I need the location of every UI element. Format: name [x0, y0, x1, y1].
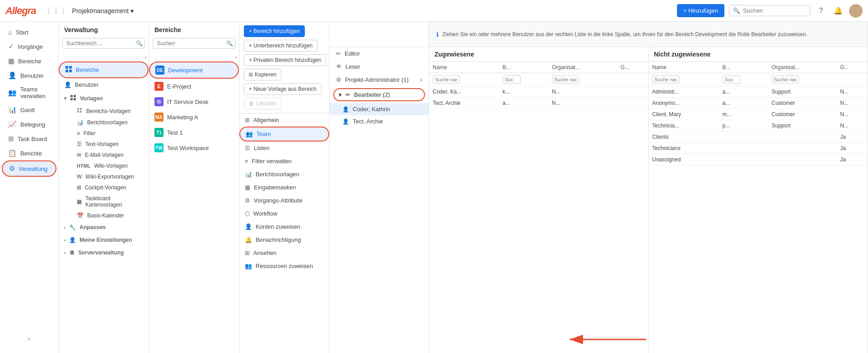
verwaltung-section-server-label: Serververwaltung — [78, 249, 124, 256]
check-icon: ✓ — [8, 42, 14, 51]
unassigned-row-5[interactable]: Technicians Ja — [649, 143, 868, 154]
avatar[interactable] — [849, 4, 863, 18]
sidebar-item-gantt[interactable]: 📊 Gantt — [2, 103, 56, 117]
verwaltung-item-taskboard-vorlagen[interactable]: ▦ Taskboard Kartenvorlagen — [71, 193, 149, 210]
neue-vorlage-button[interactable]: + Neue Vorlage aus Bereich — [244, 83, 322, 95]
verwaltung-collapse-button[interactable]: ‹ — [145, 53, 147, 61]
unassigned-row-6[interactable]: Unassigned Ja — [649, 154, 868, 165]
loeschen-button[interactable]: 🗑 Löschen — [244, 98, 281, 109]
text-icon: ☰ — [77, 141, 82, 147]
verwaltung-item-benutzer[interactable]: 👤 Benutzer — [59, 78, 149, 91]
verwaltung-section-vorlagen[interactable]: ▾ Vorlagen — [59, 91, 149, 105]
assigned-search-b[interactable] — [503, 75, 521, 84]
sidebar-item-vorgaenge[interactable]: ✓ Vorgänge — [2, 39, 56, 54]
sidebar-collapse-button[interactable]: « — [0, 332, 58, 346]
bereiche-item-test1[interactable]: T1 Test 1 — [149, 125, 239, 140]
add-button[interactable]: + Hinzufügen — [677, 4, 724, 17]
sub-role-tect-archie[interactable]: 👤 Tect, Archie — [330, 115, 429, 127]
help-icon[interactable]: ? — [815, 5, 827, 17]
bereiche-item-marketing-a[interactable]: MA Marketing A — [149, 109, 239, 125]
role-item-bearbeiter[interactable]: ▾ ✏ Bearbeiter (2) — [333, 88, 425, 101]
assigned-search-name[interactable] — [433, 75, 460, 84]
menu-item-listen[interactable]: ☰ Listen — [239, 141, 329, 155]
menu-item-ansehen[interactable]: ⊞ Ansehen — [239, 246, 329, 259]
bereiche-item-development[interactable]: DE Development — [149, 61, 239, 79]
role-item-leser[interactable]: 👁 Leser — [330, 60, 429, 73]
verwaltung-panel-content: Bereiche 👤 Benutzer ▾ Vorlagen — [59, 61, 149, 353]
verwaltung-panel: Verwaltung 🔍 ‹ Bereiche — [59, 22, 149, 353]
sidebar-item-benutzer[interactable]: 👤 Benutzer — [2, 68, 56, 83]
assigned-col-org: Organisat... — [548, 62, 617, 73]
verwaltung-item-email-vorlagen[interactable]: ✉ E-Mail-Vorlagen — [71, 150, 149, 160]
verwaltung-search[interactable]: 🔍 — [59, 36, 149, 52]
sidebar-item-berichte[interactable]: 📋 Berichte — [2, 146, 56, 160]
verwaltung-item-basis-kalender[interactable]: 📅 Basis-Kalender — [71, 210, 149, 221]
bereiche-item-it-service-desk[interactable]: IS IT Service Desk — [149, 94, 239, 109]
verwaltung-section-serververwaltung[interactable]: › 🖥 Serververwaltung — [59, 246, 149, 259]
sidebar-item-taskboard[interactable]: ⊞ Task Board — [2, 132, 56, 146]
role-item-projekt-admin[interactable]: ⚙ Projekt-Administrator (1) › — [330, 73, 429, 86]
menu-item-eingabemasken[interactable]: ▦ Eingabemasken — [239, 181, 329, 194]
verwaltung-section-anpassen[interactable]: › 🔧 Anpassen — [59, 221, 149, 234]
bereiche-collapse-button[interactable]: ‹ — [235, 53, 237, 61]
sub-role-coder-kathrin[interactable]: 👤 Coder, Kathrin — [330, 103, 429, 115]
sidebar-item-bereiche[interactable]: ▦ Bereiche — [2, 54, 56, 68]
assigned-row-tect[interactable]: Tect, Archie a... N... — [429, 98, 648, 109]
menu-item-berichtsvorlagen[interactable]: 📊 Berichtsvorlagen — [239, 168, 329, 181]
bereiche-search-input[interactable] — [157, 40, 224, 47]
unassigned-row-3[interactable]: Technicia... p... Support N... — [649, 120, 868, 132]
verwaltung-item-cockpit-vorlagen[interactable]: ⊞ Cockpit-Vorlagen — [71, 182, 149, 193]
menu-item-vorgangs-attribute[interactable]: ⚙ Vorgangs-Attribute — [239, 194, 329, 207]
bereich-hinzufuegen-button[interactable]: + Bereich hinzufügen — [244, 25, 305, 37]
unassigned-row-2[interactable]: Client, Mary m... Customer N... — [649, 109, 868, 120]
svg-rect-9 — [74, 98, 76, 100]
unassigned-row-1[interactable]: Anonymo... a... Customer N... — [649, 98, 868, 109]
unassigned-search-name[interactable] — [652, 75, 679, 84]
kopieren-button[interactable]: ⧉ Kopieren — [244, 69, 281, 80]
verwaltung-item-wiki-exportvorlagen[interactable]: W Wiki-Exportvorlagen — [71, 171, 149, 182]
bereiche-item-test-workspace[interactable]: TW Test Workspace — [149, 140, 239, 155]
verwaltung-item-text-vorlagen[interactable]: ☰ Text-Vorlagen — [71, 139, 149, 150]
assigned-search-org[interactable] — [552, 75, 579, 84]
unterbereich-hinzufuegen-button[interactable]: + Unterbereich hinzufügen — [244, 40, 317, 52]
verwaltung-section-meine-einstellungen[interactable]: › 👤 Meine Einstellungen — [59, 234, 149, 246]
bereiche-search[interactable]: 🔍 — [149, 36, 239, 52]
menu-item-workflow[interactable]: ⬡ Workflow — [239, 207, 329, 220]
privaten-bereich-hinzufuegen-button[interactable]: + Privaten Bereich hinzufügen — [244, 54, 326, 66]
taskboard-vorlagen-icon: ▦ — [77, 198, 82, 205]
role-item-editor[interactable]: ✏ Editor — [330, 47, 429, 60]
listen-label: Listen — [254, 145, 270, 151]
bereiche-item-e-project[interactable]: E E-Project — [149, 79, 239, 94]
menu-item-allgemein[interactable]: ⊞ Allgemein — [239, 113, 329, 127]
sidebar-item-verwaltung[interactable]: ⚙ Verwaltung — [2, 160, 56, 177]
email-vorlagen-label: E-Mail-Vorlagen — [85, 152, 123, 158]
notification-icon[interactable]: 🔔 — [832, 5, 845, 17]
unassigned-name-0: Administr... — [649, 86, 719, 98]
sidebar-item-belegung[interactable]: 📈 Belegung — [2, 117, 56, 132]
menu-item-team[interactable]: 👥 Team — [239, 127, 329, 141]
unassigned-row-0[interactable]: Administr... a... Support N... — [649, 86, 868, 98]
verwaltung-item-wiki-vorlagen[interactable]: HTML Wiki-Vorlagen — [71, 160, 149, 171]
menu-item-benachrichtigung[interactable]: 🔔 Benachrichtigung — [239, 233, 329, 246]
app-grid-icon[interactable]: ⋮⋮⋮ — [45, 6, 67, 15]
unassigned-name-2: Client, Mary — [649, 109, 719, 120]
verwaltung-item-bereichs-vorlagen[interactable]: Bereichs-Vorlagen — [71, 105, 149, 117]
verwaltung-item-filter[interactable]: ≡ Filter — [71, 128, 149, 139]
sidebar-item-start[interactable]: ⌂ Start — [2, 25, 56, 39]
search-box[interactable]: 🔍 — [729, 5, 810, 16]
assigned-row-coder[interactable]: Coder, Ka... k... N... — [429, 86, 648, 98]
menu-item-ressourcen-zuweisen[interactable]: 👥 Ressourcen zuweisen — [239, 259, 329, 273]
sidebar-item-teams[interactable]: 👥 Teams verwalten — [2, 83, 56, 103]
search-input[interactable] — [743, 7, 797, 14]
menu-item-filter-verwalten[interactable]: ≡ Filter verwalten — [239, 155, 329, 168]
verwaltung-search-input[interactable] — [66, 40, 134, 47]
unassigned-row-4[interactable]: Clients Ja — [649, 132, 868, 143]
menu-item-konten-zuweisen[interactable]: 👤 Konten zuweisen — [239, 220, 329, 233]
assignments-columns: Zugewiesene Name B... Organisat... G... — [429, 47, 868, 353]
belegung-icon: 📈 — [8, 120, 17, 128]
verwaltung-item-berichtsvorlagen[interactable]: 📊 Berichtsvorlagen — [71, 117, 149, 128]
project-selector[interactable]: Projektmanagement ▾ — [72, 7, 134, 14]
unassigned-search-org[interactable] — [772, 75, 799, 84]
unassigned-search-b[interactable] — [723, 75, 741, 84]
verwaltung-item-bereiche[interactable]: Bereiche — [59, 61, 149, 78]
